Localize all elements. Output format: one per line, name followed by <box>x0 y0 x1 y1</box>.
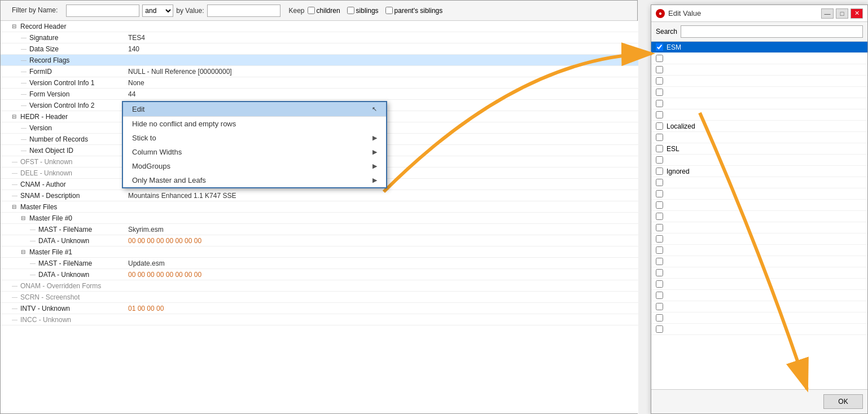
item-checkbox[interactable] <box>656 246 663 254</box>
item-checkbox[interactable] <box>656 111 663 118</box>
modgroups-label: ModGroups <box>132 162 170 170</box>
dialog-list-item[interactable]: ESM <box>651 42 867 53</box>
siblings-checkbox[interactable] <box>347 7 354 14</box>
parents-siblings-option[interactable]: parent's siblings <box>385 7 443 15</box>
dialog-list-item[interactable] <box>651 64 867 76</box>
item-checkbox[interactable] <box>656 43 663 51</box>
item-checkbox[interactable] <box>656 325 663 333</box>
item-checkbox[interactable] <box>656 145 663 152</box>
name-filter-input[interactable] <box>66 5 139 17</box>
expand-icon[interactable]: ⊟ <box>12 23 19 29</box>
item-checkbox[interactable] <box>656 190 663 197</box>
dialog-list-item[interactable] <box>651 200 867 211</box>
expand-icon[interactable]: ⊟ <box>12 204 19 210</box>
minimize-button[interactable]: — <box>821 8 834 19</box>
item-checkbox[interactable] <box>656 66 663 73</box>
dialog-list[interactable]: ESMLocalizedESLIgnored <box>651 42 867 389</box>
tree-row[interactable]: —Form Version44 <box>1 89 638 100</box>
tree-row[interactable]: ⊟Master Files <box>1 201 638 213</box>
tree-row[interactable]: —MAST - FileNameUpdate.esm <box>1 258 638 269</box>
item-checkbox[interactable] <box>656 77 663 85</box>
tree-row[interactable]: ⊟Record Header <box>1 21 638 32</box>
context-menu-modgroups[interactable]: ModGroups ▶ <box>123 159 386 173</box>
siblings-option[interactable]: siblings <box>347 7 379 15</box>
search-input[interactable] <box>681 25 863 38</box>
item-checkbox[interactable] <box>656 235 663 243</box>
item-checkbox[interactable] <box>656 156 663 164</box>
item-checkbox[interactable] <box>656 122 663 130</box>
expand-icon[interactable]: ⊟ <box>12 113 19 120</box>
tree-row[interactable]: ⊟Master File #1 <box>1 246 638 258</box>
dialog-list-item[interactable] <box>651 312 867 324</box>
dialog-list-item[interactable] <box>651 279 867 290</box>
dialog-list-item[interactable] <box>651 155 867 166</box>
dialog-list-item[interactable] <box>651 301 867 312</box>
item-checkbox[interactable] <box>656 201 663 209</box>
parents-siblings-checkbox[interactable] <box>385 7 393 14</box>
tree-row[interactable]: —Version Control Info 1None <box>1 77 638 89</box>
dialog-list-item[interactable]: ESL <box>651 143 867 155</box>
item-checkbox[interactable] <box>656 179 663 186</box>
maximize-button[interactable]: □ <box>836 8 848 19</box>
context-menu-column-widths[interactable]: Column Widths ▶ <box>123 145 386 159</box>
dialog-list-item[interactable] <box>651 256 867 267</box>
tree-row[interactable]: —DATA - Unknown00 00 00 00 00 00 00 00 <box>1 235 638 246</box>
context-menu-hide[interactable]: Hide no conflict and empty rows <box>123 117 386 131</box>
item-checkbox[interactable] <box>656 314 663 321</box>
item-checkbox[interactable] <box>656 100 663 107</box>
item-checkbox[interactable] <box>656 89 663 96</box>
context-menu-edit[interactable]: Edit ↖ <box>123 102 386 116</box>
item-checkbox[interactable] <box>656 258 663 265</box>
dialog-list-item[interactable]: Localized <box>651 121 867 132</box>
item-checkbox[interactable] <box>656 134 663 141</box>
ok-button[interactable]: OK <box>823 394 863 409</box>
close-button[interactable]: ✕ <box>851 8 863 19</box>
expand-icon[interactable]: ⊟ <box>21 215 28 221</box>
dialog-list-item[interactable] <box>651 290 867 301</box>
dialog-list-item[interactable] <box>651 188 867 200</box>
tree-row[interactable]: —SNAM - DescriptionMountains Enhanced 1.… <box>1 190 638 201</box>
item-checkbox[interactable] <box>656 280 663 288</box>
tree-row[interactable]: —MAST - FileNameSkyrim.esm <box>1 224 638 235</box>
item-checkbox[interactable] <box>656 168 663 175</box>
dialog-list-item[interactable] <box>651 234 867 245</box>
children-option[interactable]: children <box>308 7 340 15</box>
dialog-list-item[interactable] <box>651 53 867 64</box>
item-checkbox[interactable] <box>656 224 663 231</box>
dialog-list-item[interactable] <box>651 87 867 98</box>
item-checkbox[interactable] <box>656 269 663 276</box>
dialog-list-item[interactable] <box>651 132 867 143</box>
and-select[interactable]: and <box>142 5 173 17</box>
dialog-list-item[interactable] <box>651 267 867 279</box>
context-menu[interactable]: Edit ↖ Hide no conflict and empty rows S… <box>122 101 387 188</box>
tree-row[interactable]: —ONAM - Overridden Forms <box>1 280 638 292</box>
tree-row[interactable]: —FormIDNULL - Null Reference [00000000] <box>1 66 638 77</box>
tree-row[interactable]: —SignatureTES4 <box>1 32 638 43</box>
tree-area[interactable]: ⊟Record Header—SignatureTES4—Data Size14… <box>1 21 638 413</box>
context-menu-only-master[interactable]: Only Master and Leafs ▶ <box>123 173 386 187</box>
tree-row[interactable]: —DATA - Unknown00 00 00 00 00 00 00 00 <box>1 269 638 280</box>
tree-row[interactable]: —Data Size140 <box>1 43 638 55</box>
context-menu-stick[interactable]: Stick to ▶ <box>123 131 386 145</box>
dialog-list-item[interactable] <box>651 177 867 188</box>
dialog-list-item[interactable] <box>651 324 867 335</box>
dialog-list-item[interactable] <box>651 211 867 222</box>
children-checkbox[interactable] <box>308 7 315 14</box>
tree-row[interactable]: —INCC - Unknown <box>1 314 638 325</box>
tree-row[interactable]: —Record Flags <box>1 55 638 66</box>
tree-row[interactable]: ⊟Master File #0 <box>1 213 638 224</box>
item-checkbox[interactable] <box>656 55 663 62</box>
dialog-list-item[interactable] <box>651 245 867 256</box>
tree-row[interactable]: —SCRN - Screenshot <box>1 292 638 303</box>
item-checkbox[interactable] <box>656 303 663 310</box>
item-checkbox[interactable] <box>656 213 663 220</box>
dialog-list-item[interactable] <box>651 222 867 234</box>
dialog-list-item[interactable]: Ignored <box>651 166 867 177</box>
item-checkbox[interactable] <box>656 292 663 299</box>
dialog-list-item[interactable] <box>651 76 867 87</box>
expand-icon[interactable]: ⊟ <box>21 249 28 255</box>
value-filter-input[interactable] <box>207 5 280 17</box>
dialog-list-item[interactable] <box>651 109 867 121</box>
tree-row[interactable]: —INTV - Unknown01 00 00 00 <box>1 303 638 314</box>
dialog-list-item[interactable] <box>651 98 867 109</box>
